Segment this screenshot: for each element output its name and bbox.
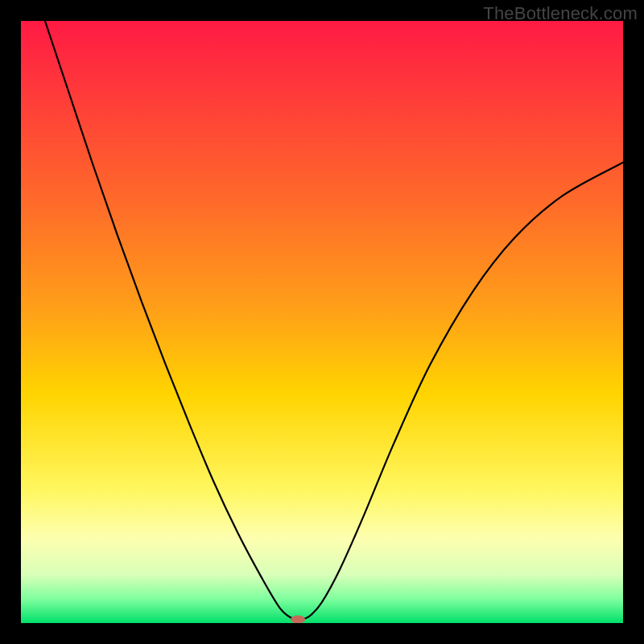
- plot-area: [21, 21, 623, 623]
- watermark-text: TheBottleneck.com: [483, 3, 638, 24]
- bottleneck-chart: [21, 21, 623, 623]
- gradient-background: [21, 21, 623, 623]
- chart-frame: TheBottleneck.com: [0, 0, 644, 644]
